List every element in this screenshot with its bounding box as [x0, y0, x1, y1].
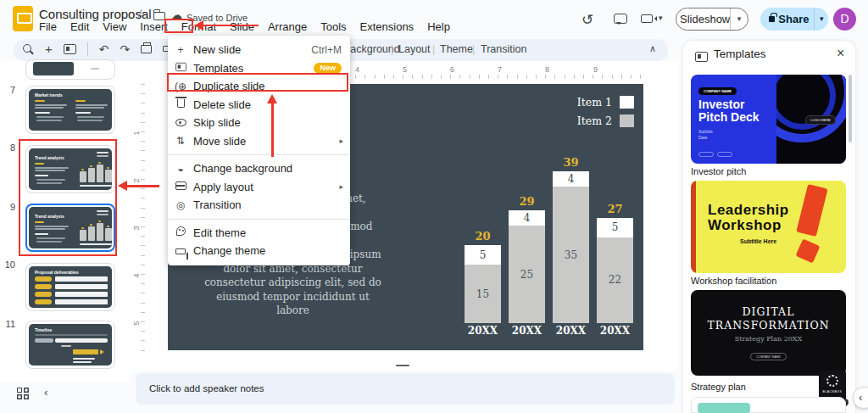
menu-edit[interactable]: Edit: [64, 19, 96, 35]
ruler-number: 6: [450, 65, 454, 74]
slides-app-icon[interactable]: [13, 6, 33, 31]
collapse-toolbar-icon[interactable]: ∧: [649, 43, 656, 54]
menu-slide[interactable]: Slide: [223, 19, 261, 35]
legend-swatch-white: [620, 96, 634, 109]
grid-view-icon[interactable]: [17, 388, 22, 393]
account-avatar[interactable]: D: [833, 8, 856, 31]
share-dropdown-caret[interactable]: ▾: [814, 8, 828, 30]
menu-item-new-slide[interactable]: + New slide Ctrl+M: [168, 41, 350, 59]
layout-icon: [168, 181, 193, 193]
bar-segment-item2: 22: [597, 237, 633, 323]
card-artwork: [698, 403, 750, 413]
ruler-number: 5: [403, 65, 407, 74]
menu-divider: [168, 219, 350, 220]
menu-item-edit-theme[interactable]: Edit theme: [168, 224, 350, 243]
collapse-filmstrip-icon[interactable]: ‹: [44, 386, 47, 399]
bar-total-label: 27: [597, 203, 633, 215]
slide-number: 10: [0, 260, 15, 270]
menu-arrange[interactable]: Arrange: [261, 19, 314, 35]
ruler-number: 4: [355, 65, 359, 74]
ruler-number: 3: [132, 226, 141, 230]
vertical-ruler: [141, 84, 145, 352]
toolbar-separator: |: [391, 43, 393, 55]
menu-item-delete-slide[interactable]: Delete slide: [168, 96, 350, 114]
bar-chart[interactable]: 2051520XX2942520XX3943520XX2752220XX: [465, 137, 634, 323]
legend-item-1: Item 1: [577, 96, 634, 109]
menu-item-apply-layout[interactable]: Apply layout ▸: [168, 178, 350, 197]
templates-panel-icon[interactable]: [64, 44, 76, 54]
new-slide-plus-icon[interactable]: +: [45, 42, 53, 56]
slideshow-label: Slideshow: [676, 13, 730, 25]
bar-total-label: 39: [553, 156, 589, 169]
menu-tools[interactable]: Tools: [314, 19, 353, 35]
menu-view[interactable]: View: [96, 19, 133, 35]
speaker-notes-placeholder[interactable]: Click to add speaker notes: [149, 383, 264, 393]
menu-item-skip-slide[interactable]: Skip slide: [168, 114, 350, 132]
menu-file[interactable]: File: [32, 19, 64, 35]
bar-segment-item1: 4: [553, 171, 589, 187]
lock-icon: [769, 16, 775, 22]
menu-help[interactable]: Help: [420, 19, 457, 35]
ruler-number: 8: [545, 65, 549, 74]
bar-segment-item2: 25: [509, 226, 545, 323]
card-preview-subtitle: Strategy Plan 20XX: [691, 335, 846, 343]
menu-item-change-theme[interactable]: Change theme: [168, 242, 350, 260]
close-panel-icon[interactable]: ×: [837, 46, 844, 61]
toolbar-separator: [87, 42, 88, 56]
thumb-title: Timeline: [35, 327, 52, 332]
menu-divider: [168, 154, 350, 155]
toolbar-layout-button[interactable]: Layout: [398, 43, 431, 55]
undo-icon[interactable]: ↶: [99, 42, 109, 56]
slide-thumbnail-11[interactable]: Timeline: [25, 321, 115, 369]
notes-drag-handle[interactable]: [396, 365, 409, 366]
bar-total-label: 20: [465, 230, 501, 243]
slideshow-dropdown-caret[interactable]: ▾: [730, 8, 748, 30]
slide-number: 11: [0, 319, 15, 329]
thumb-content: [33, 62, 74, 75]
card-logo-pill: LOGO HERE: [805, 115, 836, 125]
print-icon[interactable]: [141, 45, 152, 53]
toolbar-transition-button[interactable]: Transition: [481, 43, 526, 55]
shortcut-label: Ctrl+M: [311, 44, 350, 56]
template-caption: Investor pitch: [691, 166, 746, 176]
bar-group[interactable]: 2942520XX: [509, 195, 545, 323]
bar-category-label: 20XX: [553, 325, 589, 337]
slideshow-button[interactable]: Slideshow ▾: [676, 8, 748, 31]
bar-group[interactable]: 3943520XX: [553, 156, 589, 323]
ruler-number: 5: [132, 321, 141, 325]
thumb-title: Market trends: [35, 92, 63, 98]
slide-thumbnail-6-partial[interactable]: [25, 59, 115, 80]
thumb-title: Proposal deliverables: [35, 270, 79, 275]
bar-total-label: 29: [509, 195, 545, 208]
slide-number: 8: [0, 142, 15, 153]
menu-item-change-background[interactable]: ◒ Change background: [168, 159, 350, 178]
ruler-number: 2: [132, 178, 141, 182]
annotation-vertical-arrow: [271, 103, 274, 157]
template-card-digital-transformation[interactable]: DIGITAL TRANSFORMATION Strategy Plan 20X…: [691, 290, 846, 376]
template-card-partial[interactable]: [691, 397, 846, 413]
ruler-number: 7: [498, 65, 502, 74]
move-arrows-icon: ⇅: [168, 135, 193, 147]
redo-icon[interactable]: ↷: [120, 42, 131, 56]
share-button[interactable]: Share ▾: [760, 8, 828, 31]
ruler-number: 9: [593, 65, 598, 74]
card-preview-title: Investor Pitch Deck: [698, 98, 760, 124]
comments-icon[interactable]: [614, 14, 627, 24]
template-card-leadership-workshop[interactable]: Leadership Workshop Subtitle Here: [691, 181, 846, 273]
slide-thumbnail-10[interactable]: Proposal deliverables: [25, 263, 115, 311]
slide-thumbnail-7[interactable]: Market trends: [25, 86, 115, 134]
bar-group[interactable]: 2051520XX: [465, 230, 501, 323]
thumb-content: Market trends: [29, 89, 112, 131]
meet-dropdown-caret[interactable]: ▾: [659, 14, 663, 22]
bar-group[interactable]: 2752220XX: [597, 203, 633, 323]
meet-camera-icon[interactable]: [641, 14, 653, 23]
toolbar-theme-button[interactable]: Theme: [440, 43, 473, 55]
template-card-investor-pitch[interactable]: COMPANY NAME Investor Pitch Deck Subtitl…: [691, 75, 846, 164]
bar-segment-item1: 4: [509, 210, 545, 226]
menu-item-transition[interactable]: ◎ Transition: [168, 196, 350, 215]
version-history-icon[interactable]: ↺: [581, 11, 593, 29]
search-menus-icon[interactable]: [22, 43, 34, 55]
menu-item-move-slide[interactable]: ⇅ Move slide ▸: [168, 132, 350, 151]
panel-scrollbar[interactable]: [849, 75, 852, 142]
menu-extensions[interactable]: Extensions: [353, 19, 421, 35]
